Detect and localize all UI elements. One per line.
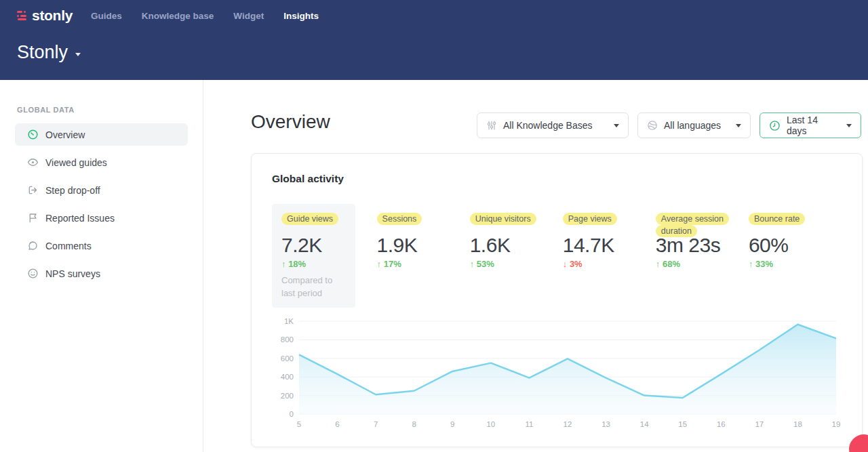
svg-text:10: 10: [486, 420, 495, 428]
metric-value: 60%: [749, 234, 827, 257]
sidebar-item-overview[interactable]: Overview: [15, 123, 188, 146]
sidebar-item-comments[interactable]: Comments: [15, 234, 188, 257]
svg-text:11: 11: [525, 420, 533, 428]
svg-text:8: 8: [412, 420, 416, 428]
svg-text:18: 18: [793, 420, 802, 428]
sidebar-item-label: Comments: [45, 241, 92, 251]
svg-text:12: 12: [564, 420, 572, 428]
sidebar-item-reported-issues[interactable]: Reported Issues: [15, 207, 188, 229]
svg-text:200: 200: [281, 392, 294, 400]
svg-text:14: 14: [640, 420, 649, 428]
gauge-icon: [27, 129, 39, 140]
sidebar-item-label: Viewed guides: [45, 157, 107, 168]
stonly-logo-icon: [17, 11, 27, 20]
chevron-down-icon: [736, 124, 741, 127]
metric-avg-session-duration[interactable]: Average session duration 3m 23s ↑ 68%: [656, 204, 734, 308]
nav-item-widget[interactable]: Widget: [233, 11, 264, 21]
svg-text:6: 6: [335, 420, 339, 428]
sidebar-item-viewed-guides[interactable]: Viewed guides: [15, 151, 188, 173]
trend-arrow-icon: ↑: [377, 259, 382, 269]
metric-delta: ↑ 33%: [749, 259, 827, 269]
chevron-down-icon: [846, 124, 852, 127]
metric-delta: ↑ 17%: [377, 259, 455, 269]
trend-arrow-icon: ↑: [281, 259, 286, 269]
area-chart[interactable]: 02004006008001K5678910111213141516171819: [272, 313, 843, 432]
sidebar-section-label: GLOBAL DATA: [17, 106, 203, 114]
workspace-title: Stonly: [17, 42, 68, 63]
metric-page-views[interactable]: Page views 14.7K ↓ 3%: [563, 204, 641, 308]
trend-arrow-icon: ↓: [563, 259, 568, 269]
metric-label: Page views: [563, 213, 617, 225]
knowledge-base-filter[interactable]: All Knowledge Bases: [477, 112, 629, 138]
svg-text:1K: 1K: [284, 317, 294, 325]
card-title: Global activity: [272, 173, 842, 185]
chevron-down-icon: [614, 124, 619, 127]
metric-label: Sessions: [377, 213, 422, 225]
date-range-filter[interactable]: Last 14 days: [760, 112, 861, 138]
global-activity-card: Global activity Guide views 7.2K ↑ 18% C…: [251, 153, 863, 447]
svg-text:800: 800: [281, 335, 294, 344]
workspace-selector[interactable]: Stonly: [17, 42, 81, 63]
sidebar-item-label: Reported Issues: [45, 213, 115, 224]
metric-unique-visitors[interactable]: Unique visitors 1.6K ↑ 53%: [470, 204, 548, 308]
svg-text:0: 0: [290, 410, 294, 418]
metric-label: Guide views: [281, 213, 338, 225]
metrics-row: Guide views 7.2K ↑ 18% Compared to last …: [272, 204, 842, 308]
smiley-icon: [27, 268, 39, 279]
metric-delta: ↑ 53%: [470, 259, 548, 269]
flag-icon: [27, 212, 39, 224]
metric-value: 3m 23s: [656, 234, 734, 257]
language-filter[interactable]: All languages: [637, 112, 751, 138]
top-nav: stonly Guides Knowledge base Widget Insi…: [0, 0, 868, 24]
trend-arrow-icon: ↑: [749, 259, 753, 269]
svg-text:19: 19: [832, 420, 841, 428]
svg-text:15: 15: [678, 420, 687, 428]
svg-text:9: 9: [450, 420, 454, 428]
svg-text:13: 13: [601, 420, 610, 428]
svg-text:600: 600: [281, 354, 294, 363]
metric-delta: ↑ 18%: [281, 259, 346, 269]
metric-note: Compared to last period: [281, 274, 346, 300]
page-title: Overview: [251, 111, 330, 133]
sidebar-item-nps-surveys[interactable]: NPS surveys: [15, 262, 188, 285]
nav-item-knowledge-base[interactable]: Knowledge base: [142, 11, 214, 21]
filter-value: All Knowledge Bases: [503, 120, 606, 131]
svg-text:17: 17: [755, 420, 764, 428]
metric-value: 14.7K: [563, 234, 641, 257]
metric-sessions[interactable]: Sessions 1.9K ↑ 17%: [377, 204, 455, 308]
step-exit-icon: [27, 184, 39, 196]
sidebar-item-label: Overview: [45, 129, 85, 140]
metric-delta: ↓ 3%: [563, 259, 641, 269]
activity-chart: 02004006008001K5678910111213141516171819: [272, 313, 842, 435]
svg-text:16: 16: [717, 420, 726, 428]
sidebar-item-step-drop-off[interactable]: Step drop-off: [15, 179, 188, 201]
svg-text:5: 5: [297, 420, 301, 428]
comment-icon: [27, 240, 39, 251]
stonly-logo-text: stonly: [32, 7, 73, 24]
top-header: stonly Guides Knowledge base Widget Insi…: [0, 0, 868, 80]
sidebar-list: Overview Viewed guides Step drop-off: [0, 123, 203, 285]
filter-sliders-icon: [486, 120, 497, 131]
trend-arrow-icon: ↑: [656, 259, 660, 269]
metric-guide-views[interactable]: Guide views 7.2K ↑ 18% Compared to last …: [272, 204, 355, 308]
top-nav-links: Guides Knowledge base Widget Insights: [91, 11, 319, 21]
filter-value: Last 14 days: [787, 115, 838, 136]
metric-value: 1.9K: [377, 234, 455, 257]
metric-label: Unique visitors: [470, 213, 536, 225]
sidebar-item-label: Step drop-off: [45, 185, 100, 196]
nav-item-insights[interactable]: Insights: [283, 11, 319, 21]
filters-bar: All Knowledge Bases All languages Last 1…: [477, 112, 861, 138]
nav-item-guides[interactable]: Guides: [91, 11, 122, 21]
metric-delta: ↑ 68%: [656, 259, 734, 269]
main-content: Overview All Knowledge Bases All languag…: [203, 80, 868, 452]
metric-value: 7.2K: [281, 234, 346, 257]
filter-value: All languages: [664, 120, 728, 131]
svg-text:7: 7: [374, 420, 378, 428]
trend-arrow-icon: ↑: [470, 259, 475, 269]
metric-bounce-rate[interactable]: Bounce rate 60% ↑ 33%: [749, 204, 827, 308]
svg-text:400: 400: [281, 373, 294, 381]
metric-label: Bounce rate: [749, 213, 805, 225]
globe-icon: [647, 120, 658, 131]
stonly-logo[interactable]: stonly: [17, 7, 73, 24]
sidebar-item-label: NPS surveys: [45, 268, 100, 279]
